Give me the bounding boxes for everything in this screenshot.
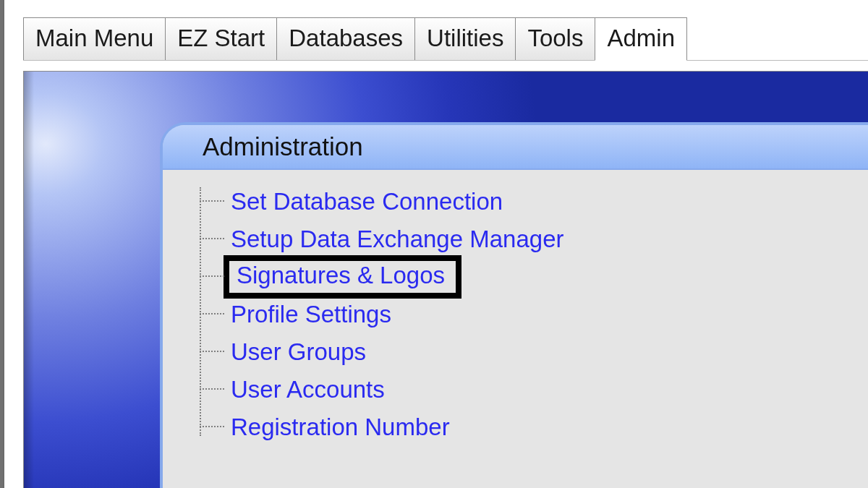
app-window: Main Menu EZ Start Databases Utilities T…	[3, 0, 868, 488]
tab-databases[interactable]: Databases	[276, 17, 415, 61]
tree-item-label: Profile Settings	[231, 301, 391, 328]
tree-item-label: User Accounts	[231, 376, 385, 403]
tab-main-menu[interactable]: Main Menu	[23, 17, 166, 61]
administration-body: Set Database Connection Setup Data Excha…	[163, 170, 868, 446]
tree-item-label: Signatures & Logos	[224, 255, 461, 299]
tree-item-label: Setup Data Exchange Manager	[231, 226, 563, 253]
admin-tree: Set Database Connection Setup Data Excha…	[196, 183, 868, 446]
tab-utilities[interactable]: Utilities	[414, 17, 516, 61]
tree-item-label: User Groups	[231, 338, 366, 366]
tree-item-set-database-connection[interactable]: Set Database Connection	[196, 183, 868, 221]
tab-ez-start[interactable]: EZ Start	[165, 17, 277, 61]
tree-item-label: Registration Number	[231, 414, 450, 441]
tree-item-setup-data-exchange-manager[interactable]: Setup Data Exchange Manager	[196, 221, 868, 258]
tree-item-user-groups[interactable]: User Groups	[196, 333, 868, 371]
tree-item-signatures-and-logos[interactable]: Signatures & Logos	[196, 258, 868, 296]
tab-underline	[23, 60, 868, 61]
workspace-panel: Administration Set Database Connection S…	[23, 71, 868, 488]
tab-admin[interactable]: Admin	[595, 17, 687, 61]
tab-strip: Main Menu EZ Start Databases Utilities T…	[23, 17, 686, 61]
tree-item-registration-number[interactable]: Registration Number	[196, 408, 868, 446]
tree-item-profile-settings[interactable]: Profile Settings	[196, 296, 868, 333]
tree-item-label: Set Database Connection	[231, 188, 503, 215]
tab-tools[interactable]: Tools	[515, 17, 595, 61]
tree-item-user-accounts[interactable]: User Accounts	[196, 371, 868, 408]
workspace-inner-shadow	[24, 72, 34, 488]
administration-groupbox: Administration Set Database Connection S…	[160, 122, 868, 488]
administration-header: Administration	[163, 125, 868, 170]
administration-title: Administration	[203, 132, 363, 161]
